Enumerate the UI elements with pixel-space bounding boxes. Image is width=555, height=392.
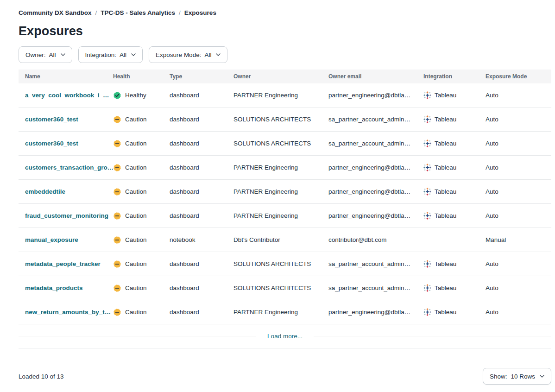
health-cell: Caution	[113, 188, 170, 196]
health-label: Caution	[125, 309, 147, 316]
breadcrumb: Community DX Sandbox / TPC-DS - Sales An…	[19, 9, 551, 16]
exposure-mode-cell: Auto	[486, 212, 551, 219]
exposures-table: Name Health Type Owner Owner email Integ…	[19, 70, 551, 348]
owner-email-cell: contributor@dbt.com	[328, 236, 423, 243]
type-cell: dashboard	[170, 164, 233, 171]
load-more-section: Load more...	[19, 324, 551, 348]
exposure-mode-cell: Auto	[486, 140, 551, 147]
filter-label: Owner:	[25, 51, 46, 58]
owner-email-cell: partner_engineering@dbtla…	[328, 188, 423, 195]
exposure-name-link[interactable]: customers_transaction_gro…	[25, 164, 113, 171]
health-label: Caution	[125, 116, 147, 123]
filter-label: Integration:	[85, 51, 117, 58]
health-status-icon	[113, 164, 121, 172]
column-header-owner: Owner	[233, 73, 328, 80]
exposure-mode-cell: Auto	[486, 164, 551, 171]
page-title: Exposures	[19, 24, 551, 38]
integration-cell: Tableau	[423, 91, 486, 99]
health-label: Caution	[125, 236, 147, 243]
exposure-name-link[interactable]: a_very_cool_workbook_i_…	[25, 92, 109, 99]
integration-label: Tableau	[435, 212, 456, 219]
tableau-icon	[423, 308, 431, 316]
health-cell: Caution	[113, 139, 170, 148]
exposure-mode-filter-dropdown[interactable]: Exposure Mode: All	[149, 46, 227, 63]
health-status-icon	[113, 236, 121, 244]
load-more-link[interactable]: Load more...	[267, 333, 303, 340]
breadcrumb-environment-link[interactable]: TPC-DS - Sales Analytics	[101, 9, 175, 16]
owner-cell: SOLUTIONS ARCHITECTS	[233, 140, 328, 147]
exposure-name-link[interactable]: manual_exposure	[25, 236, 78, 243]
divider	[314, 336, 551, 336]
integration-cell: Tableau	[423, 284, 486, 292]
owner-email-cell: partner_engineering@dbtla…	[328, 164, 423, 171]
exposure-mode-cell: Auto	[486, 188, 551, 195]
type-cell: dashboard	[170, 212, 233, 219]
column-header-integration: Integration	[423, 73, 486, 80]
owner-email-cell: sa_partner_account_admin…	[328, 116, 423, 123]
column-header-name: Name	[19, 73, 113, 80]
filter-value: All	[120, 51, 126, 58]
table-row: new_return_amounts_by_t… Caution dashboa…	[19, 300, 551, 324]
breadcrumb-separator: /	[95, 9, 97, 16]
exposure-name-link[interactable]: customer360_test	[25, 116, 78, 123]
owner-filter-dropdown[interactable]: Owner: All	[19, 46, 72, 63]
owner-cell: PARTNER Engineering	[233, 309, 328, 316]
type-cell: dashboard	[170, 92, 233, 99]
owner-cell: Dbt's Contributor	[233, 236, 328, 243]
exposure-mode-cell: Auto	[486, 92, 551, 99]
health-cell: Healthy	[113, 91, 170, 100]
divider	[19, 336, 256, 336]
owner-cell: SOLUTIONS ARCHITECTS	[233, 260, 328, 267]
breadcrumb-project-link[interactable]: Community DX Sandbox	[19, 9, 92, 16]
exposure-name-link[interactable]: metadata_products	[25, 285, 83, 291]
integration-label: Tableau	[435, 116, 456, 123]
exposure-name-link[interactable]: metadata_people_tracker	[25, 260, 101, 267]
exposure-name-link[interactable]: fraud_customer_monitoring	[25, 212, 108, 219]
type-cell: dashboard	[170, 116, 233, 123]
health-cell: Caution	[113, 236, 170, 244]
table-row: manual_exposure Caution notebook Dbt's C…	[19, 228, 551, 252]
owner-cell: PARTNER Engineering	[233, 92, 328, 99]
health-status-icon	[113, 212, 121, 220]
owner-cell: SOLUTIONS ARCHITECTS	[233, 116, 328, 123]
type-cell: dashboard	[170, 260, 233, 267]
integration-cell: Tableau	[423, 188, 486, 196]
exposure-name-link[interactable]: customer360_test	[25, 140, 78, 147]
health-cell: Caution	[113, 260, 170, 268]
integration-filter-dropdown[interactable]: Integration: All	[78, 46, 143, 63]
column-header-owner-email: Owner email	[328, 73, 423, 80]
table-header-row: Name Health Type Owner Owner email Integ…	[19, 70, 551, 83]
column-header-type: Type	[170, 73, 233, 80]
exposure-name-link[interactable]: embeddedtile	[25, 188, 65, 195]
filter-label: Exposure Mode:	[156, 51, 201, 58]
health-cell: Caution	[113, 115, 170, 124]
tableau-icon	[423, 139, 431, 147]
owner-cell: PARTNER Engineering	[233, 164, 328, 171]
integration-label: Tableau	[435, 260, 456, 267]
table-row: fraud_customer_monitoring Caution dashbo…	[19, 204, 551, 228]
type-cell: notebook	[170, 236, 233, 243]
table-body: a_very_cool_workbook_i_… Healthy dashboa…	[19, 83, 551, 324]
rows-per-page-dropdown[interactable]: Show: 10 Rows	[483, 368, 551, 385]
owner-email-cell: sa_partner_account_admin…	[328, 260, 423, 267]
tableau-icon	[423, 164, 431, 171]
filter-bar: Owner: All Integration: All Exposure Mod…	[19, 46, 551, 63]
integration-label: Tableau	[435, 309, 456, 316]
type-cell: dashboard	[170, 140, 233, 147]
type-cell: dashboard	[170, 285, 233, 291]
health-status-icon	[113, 139, 121, 148]
filter-value: All	[49, 51, 56, 58]
health-status-icon	[113, 308, 121, 316]
health-cell: Caution	[113, 164, 170, 172]
owner-email-cell: partner_engineering@dbtla…	[328, 92, 423, 99]
show-value: 10 Rows	[511, 373, 535, 380]
integration-label: Tableau	[435, 188, 456, 195]
health-cell: Caution	[113, 284, 170, 292]
tableau-icon	[423, 212, 431, 220]
owner-email-cell: partner_engineering@dbtla…	[328, 309, 423, 316]
chevron-down-icon	[540, 375, 544, 378]
tableau-icon	[423, 284, 431, 292]
exposure-name-link[interactable]: new_return_amounts_by_t…	[25, 309, 111, 316]
health-label: Caution	[125, 285, 147, 291]
integration-cell: Tableau	[423, 164, 486, 171]
